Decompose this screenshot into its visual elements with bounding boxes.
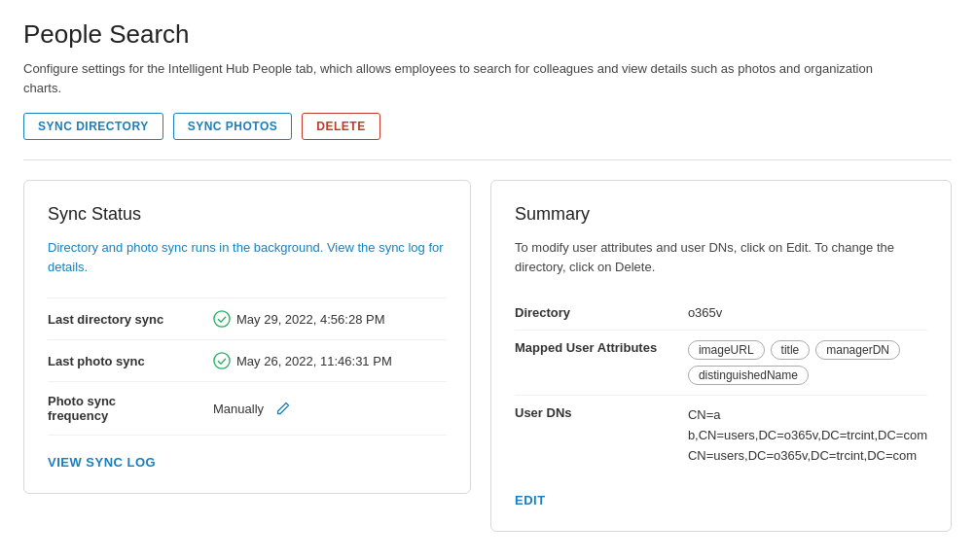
user-dns-label: User DNs <box>515 396 688 476</box>
summary-title: Summary <box>515 204 927 225</box>
sync-status-title: Sync Status <box>48 204 447 225</box>
check-circle-icon <box>213 310 231 328</box>
delete-button[interactable]: DELETE <box>302 113 379 140</box>
last-photo-sync-value: May 26, 2022, 11:46:31 PM <box>213 352 392 369</box>
directory-value: o365v <box>688 296 927 331</box>
section-divider <box>23 159 952 160</box>
action-buttons: SYNC DIRECTORY SYNC PHOTOS DELETE <box>23 113 952 140</box>
page-title: People Search <box>23 19 952 50</box>
edit-button[interactable]: EDIT <box>515 493 546 508</box>
svg-point-1 <box>214 353 230 368</box>
last-directory-sync-value: May 29, 2022, 4:56:28 PM <box>213 310 384 328</box>
photo-sync-frequency-value: Manually <box>213 401 291 416</box>
mapped-attributes-row: Mapped User Attributes imageURL title ma… <box>515 331 927 396</box>
photo-sync-frequency-row: Photo syncfrequency Manually <box>48 381 447 436</box>
user-dns-value: CN=a b,CN=users,DC=o365v,DC=trcint,DC=co… <box>688 396 927 476</box>
sync-directory-button[interactable]: SYNC DIRECTORY <box>23 113 163 140</box>
last-directory-sync-row: Last directory sync May 29, 2022, 4:56:2… <box>48 298 447 339</box>
directory-label: Directory <box>515 296 688 331</box>
attribute-tag-managerdn: managerDN <box>815 340 900 360</box>
summary-description: To modify user attributes and user DNs, … <box>515 238 927 276</box>
sync-photos-button[interactable]: SYNC PHOTOS <box>173 113 293 140</box>
summary-table: Directory o365v Mapped User Attributes i… <box>515 296 927 475</box>
page-description: Configure settings for the Intelligent H… <box>23 59 899 97</box>
attributes-tags: imageURL title managerDN distinguishedNa… <box>688 340 927 385</box>
last-directory-sync-label: Last directory sync <box>48 312 203 327</box>
sync-info-text: Directory and photo sync runs in the bac… <box>48 238 447 276</box>
attribute-tag-distinguishedname: distinguishedName <box>688 366 809 385</box>
sync-status-card: Sync Status Directory and photo sync run… <box>23 180 471 494</box>
photo-sync-frequency-label: Photo syncfrequency <box>48 394 203 423</box>
mapped-attributes-label: Mapped User Attributes <box>515 331 688 396</box>
view-sync-log-link[interactable]: VIEW SYNC LOG <box>48 455 156 470</box>
user-dns-row: User DNs CN=a b,CN=users,DC=o365v,DC=trc… <box>515 396 927 476</box>
sync-log-link[interactable]: sync log <box>379 240 425 255</box>
cards-container: Sync Status Directory and photo sync run… <box>23 180 952 532</box>
directory-row: Directory o365v <box>515 296 927 331</box>
attribute-tag-title: title <box>771 340 811 360</box>
last-photo-sync-row: Last photo sync May 26, 2022, 11:46:31 P… <box>48 339 447 381</box>
mapped-attributes-value: imageURL title managerDN distinguishedNa… <box>688 331 927 396</box>
last-photo-sync-label: Last photo sync <box>48 354 203 368</box>
edit-frequency-icon[interactable] <box>275 401 291 416</box>
svg-point-0 <box>214 311 230 327</box>
check-circle-icon-2 <box>213 352 231 369</box>
summary-card: Summary To modify user attributes and us… <box>490 180 952 532</box>
attribute-tag-imageurl: imageURL <box>688 340 765 360</box>
